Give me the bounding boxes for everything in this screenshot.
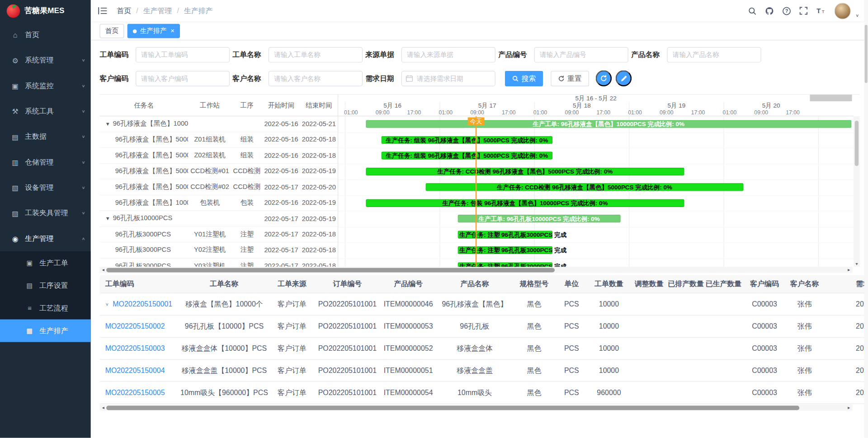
gantt-timeline-header: 5月 16 - 5月 22 5月 1601:0009:0017:005月 170… — [338, 94, 854, 116]
orders-hscroll-right-arrow[interactable]: ► — [847, 405, 851, 410]
sidebar-item-生产管理[interactable]: ◉生产管理∧ — [0, 226, 91, 251]
filter-input-wrap — [401, 71, 495, 86]
sidebar-item-工装夹具管理[interactable]: ▨工装夹具管理∨ — [0, 200, 91, 226]
sidebar-subitem-工序设置[interactable]: ▤工序设置 — [0, 274, 91, 297]
today-badge: 今天 — [468, 118, 485, 126]
breadcrumb-item-生产管理[interactable]: 生产管理 — [143, 6, 172, 16]
gantt-order-bar[interactable]: 生产工单: 96孔移液盒【黑色】10000PCS 完成比例: 0% — [366, 120, 851, 128]
font-size-icon[interactable]: TT — [816, 7, 826, 15]
order-code-link[interactable]: MO202205150002 — [105, 322, 165, 330]
gantt-task-bar[interactable]: 生产任务: 包装 96孔移液盒【黑色】10000PCS 完成比例: 0% — [366, 199, 684, 207]
today-marker-line — [476, 116, 476, 267]
tab-生产排产[interactable]: 生产排产× — [127, 24, 180, 38]
sidebar-subitem-生产工单[interactable]: ▣生产工单 — [0, 251, 91, 274]
orders-hscroll-thumb[interactable] — [106, 405, 799, 410]
filter-input-wrap — [401, 47, 495, 62]
gantt-day-gridline — [818, 116, 819, 267]
gantt-grid-row[interactable]: 96孔移液盒【黑色】5000PCSCCD检测#02CCD检测2022-05-17… — [99, 179, 338, 195]
gantt-hscroll-left-arrow[interactable]: ◄ — [101, 267, 105, 272]
cell-product_code: ITEM00000052 — [379, 344, 438, 353]
gantt-grid-row[interactable]: 96孔移液盒【黑色】10000PCS包装机包装2022-05-162022-05… — [99, 195, 338, 211]
gantt-vscroll-down-arrow[interactable]: ▼ — [854, 261, 859, 267]
sidebar-item-系统监控[interactable]: ▣系统监控∨ — [0, 73, 91, 99]
sidebar-item-主数据[interactable]: ▤主数据∨ — [0, 124, 91, 149]
gantt-task-bar[interactable]: 生产任务: 组装 96孔移液盒【黑色】5000PCS 完成比例: 0% — [382, 136, 552, 144]
cell-demand_date: 202 — [823, 389, 868, 397]
order-code-link[interactable]: MO202205150001 — [113, 300, 172, 308]
user-avatar[interactable] — [835, 3, 851, 19]
input-工单名称[interactable] — [269, 47, 363, 62]
orders-column-header-需求日期: 需求日期 — [823, 279, 868, 289]
input-来源单据[interactable] — [401, 47, 495, 62]
gantt-row-gridline — [338, 242, 854, 243]
gantt-task-bar[interactable]: 生产任务: 组装 96孔移液盒【黑色】5000PCS 完成比例: 0% — [382, 152, 552, 160]
reset-button[interactable]: 重置 — [551, 71, 589, 86]
orders-table-row[interactable]: MO202205150003移液盒盒体【10000】PCS客户订单PO20220… — [99, 338, 868, 360]
order-code-link[interactable]: MO202205150005 — [105, 389, 165, 397]
github-icon[interactable] — [765, 6, 774, 15]
sidebar-subitem-生产排产[interactable]: ▦生产排产 — [0, 320, 91, 342]
gantt-grid-row[interactable]: 96孔移液盒【黑色】5000PCSCCD检测#01CCD检测2022-05-16… — [99, 164, 338, 179]
gantt-hour-tick: 01:00 — [525, 109, 555, 116]
row-collapse-icon[interactable]: ▼ — [105, 216, 110, 221]
tab-首页[interactable]: 首页 — [99, 24, 124, 38]
sidebar-item-设备管理[interactable]: ▧设备管理∨ — [0, 175, 91, 200]
cell-source: 客户订单 — [269, 344, 316, 353]
breadcrumb-item-生产排产[interactable]: 生产排产 — [184, 6, 213, 16]
gantt-order-bar[interactable]: 生产工单: 96孔孔板10000PCS 完成比例: 0% — [458, 215, 621, 222]
sidebar-item-首页[interactable]: ⌂首页 — [0, 22, 91, 47]
cell-customer_name: 张伟 — [787, 299, 823, 309]
gantt-grid-row[interactable]: 96孔移液盒【黑色】5000PCSZ01组装机组装2022-05-162022-… — [99, 132, 338, 148]
gantt-hscroll-thumb[interactable] — [106, 268, 555, 272]
page-scrollbar[interactable] — [864, 0, 868, 438]
fullscreen-icon[interactable] — [800, 7, 808, 15]
input-产品编号[interactable] — [534, 47, 628, 62]
app-logo[interactable]: 苦糖果MES — [0, 0, 91, 22]
gantt-vertical-scrollbar[interactable]: ▼ — [854, 116, 859, 267]
order-code-link[interactable]: MO202205150004 — [105, 367, 165, 375]
orders-hscroll-left-arrow[interactable]: ◄ — [101, 405, 105, 410]
sidebar-item-系统工具[interactable]: ⚒系统工具∨ — [0, 99, 91, 124]
gantt-horizontal-scrollbar[interactable]: ◄ ► — [99, 267, 852, 273]
page-scrollbar-thumb[interactable] — [865, 25, 868, 83]
gantt-vscroll-thumb[interactable] — [855, 121, 859, 166]
input-客户编码[interactable] — [136, 71, 230, 86]
gantt-grid-row[interactable]: 96孔移液盒【黑色】5000PCSZ02组装机组装2022-05-162022-… — [99, 148, 338, 164]
user-menu-caret-icon[interactable]: ∨ — [855, 13, 859, 18]
orders-horizontal-scrollbar[interactable]: ◄ ► — [99, 405, 852, 410]
gantt-task-bar[interactable]: 生产任务: 注塑 96孔孔板3000PCS 完成 — [458, 231, 552, 238]
search-icon[interactable] — [748, 6, 757, 15]
sidebar-subitem-工艺流程[interactable]: ≡工艺流程 — [0, 297, 91, 319]
row-expand-icon[interactable]: ∨ — [105, 302, 109, 306]
edit-schedule-button[interactable] — [616, 71, 632, 87]
gantt-task-bar[interactable]: 生产任务: 注塑 96孔孔板3000PCS 完成 — [458, 262, 552, 267]
gantt-hscroll-right-arrow[interactable]: ► — [847, 267, 851, 272]
orders-table-row[interactable]: MO202205150004移液盒盒盖【10000】PCS客户订单PO20220… — [99, 360, 868, 382]
orders-table-row[interactable]: MO20220515000510mm吸头【960000】PCS客户订单PO202… — [99, 382, 868, 404]
breadcrumb-item-首页[interactable]: 首页 — [117, 6, 131, 16]
orders-table-row[interactable]: ∨MO202205150001移液盒【黑色】10000个客户订单PO202205… — [99, 293, 868, 316]
gantt-grid-row[interactable]: 96孔孔板3000PCSY02注塑机注塑2022-05-172022-05-18 — [99, 242, 338, 258]
gantt-task-bar[interactable]: 生产任务: CCD检测 96孔移液盒【黑色】5000PCS 完成比例: 0% — [426, 183, 744, 191]
gantt-task-bar[interactable]: 生产任务: CCD检测 96孔移液盒【黑色】5000PCS 完成比例: 0% — [366, 167, 684, 175]
order-code-link[interactable]: MO202205150003 — [105, 344, 165, 353]
search-button[interactable]: 搜索 — [505, 71, 543, 86]
gantt-grid-row[interactable]: ▼96孔移液盒【黑色】10000PCS2022-05-162022-05-21 — [99, 116, 338, 132]
row-collapse-icon[interactable]: ▼ — [105, 121, 110, 127]
sidebar-fold-icon[interactable] — [98, 7, 108, 15]
sidebar-item-系统管理[interactable]: ⚙系统管理∨ — [0, 47, 91, 73]
refresh-gantt-button[interactable] — [596, 71, 612, 87]
gantt-grid-row[interactable]: ▼96孔孔板10000PCS2022-05-172022-05-19 — [99, 211, 338, 227]
input-工单编码[interactable] — [136, 47, 230, 62]
cell-order_no: PO202205101001 — [316, 367, 379, 375]
orders-table-row[interactable]: MO20220515000296孔孔板【10000】PCS客户订单PO20220… — [99, 316, 868, 338]
input-客户名称[interactable] — [269, 71, 363, 86]
demand-date-input[interactable] — [401, 71, 495, 86]
sidebar-item-仓储管理[interactable]: ▥仓储管理∨ — [0, 150, 91, 175]
gantt-grid-row[interactable]: 96孔孔板3000PCSY01注塑机注塑2022-05-172022-05-18 — [99, 226, 338, 242]
gantt-grid-row[interactable]: 96孔孔板3000PCSY03注塑机注塑2022-05-172022-05-18 — [99, 258, 338, 267]
gantt-task-bar[interactable]: 生产任务: 注塑 96孔孔板3000PCS 完成 — [458, 246, 552, 254]
help-icon[interactable]: ? — [783, 6, 792, 15]
input-产品名称[interactable] — [667, 47, 761, 62]
tab-close-icon[interactable]: × — [170, 28, 175, 34]
